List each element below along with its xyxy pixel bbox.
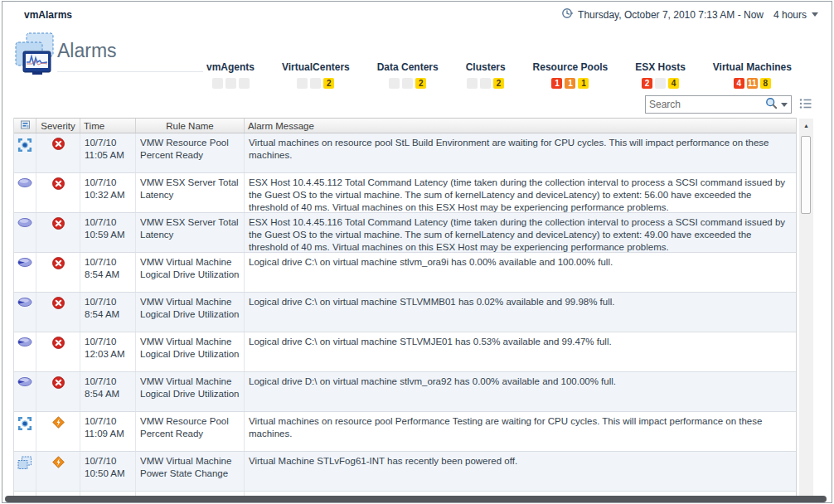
vertical-scrollbar-thumb[interactable] (801, 136, 811, 214)
alarms-monitor-icon (12, 32, 56, 80)
time-range-duration: 4 hours (773, 9, 807, 21)
category-item: Resource Pools 111 (533, 61, 609, 89)
alarm-table-row[interactable]: 10/7/1010:32 AM VMW ESX Server Total Lat… (14, 173, 796, 213)
alarm-table-row[interactable]: 10/7/108:54 AM VMW Virtual Machine Logic… (14, 253, 796, 293)
alarm-table-row[interactable]: 10/7/1010:50 AM VMW Virtual Machine Powe… (14, 452, 796, 492)
alarm-date: 10/7/10 (85, 138, 116, 148)
category-label: Resource Pools (533, 61, 609, 73)
alarm-time: 11:09 AM (85, 429, 124, 439)
alarm-table-row[interactable]: 10/7/1011:09 AM VMW Resource Pool Percen… (14, 412, 796, 452)
alarm-rule: VMW Virtual Machine Logical Drive Utiliz… (140, 297, 240, 319)
alarm-time: 8:54 AM (85, 389, 119, 399)
category-item: ESX Hosts 24 (635, 61, 686, 89)
alarm-message: Logical drive D:\ on virtual machine stl… (249, 376, 616, 386)
alarm-time: 10:59 AM (85, 230, 125, 240)
type-column-icon (20, 119, 31, 132)
time-range-icon (561, 7, 573, 22)
category-badges: 2 (467, 78, 504, 89)
esx-host-icon (17, 217, 32, 249)
search-options-caret-icon[interactable] (781, 103, 788, 107)
category-label: Clusters (466, 61, 506, 73)
alarm-time: 10:32 AM (85, 190, 125, 200)
category-label: vmAgents (206, 61, 255, 73)
alarm-table-row[interactable]: 10/7/1012:03 AM VMW Virtual Machine Logi… (14, 332, 796, 372)
scroll-up-arrow-icon[interactable]: ▲ (799, 120, 813, 132)
alarm-table-row[interactable]: 10/7/1010:59 AM VMW ESX Server Total Lat… (14, 213, 796, 253)
alarm-table-body: 10/7/1011:05 AM VMW Resource Pool Percen… (14, 133, 796, 497)
horizontal-scrollbar-thumb[interactable] (5, 496, 827, 502)
alarm-message: Virtual Machine STLvFog61-INT has recent… (249, 456, 517, 466)
alarm-count-badge (480, 78, 491, 89)
category-badges: 2 (297, 78, 334, 89)
alarm-message: Logical drive C:\ on virtual machine stl… (249, 257, 613, 267)
alarm-count-badge[interactable]: 2 (415, 78, 426, 89)
alarm-date: 10/7/10 (85, 416, 116, 426)
severity-critical-icon (52, 416, 65, 448)
search-icon[interactable] (765, 97, 778, 113)
alarm-rule: VMW ESX Server Total Latency (140, 177, 239, 200)
severity-fatal-icon (52, 257, 65, 288)
alarm-count-badge[interactable]: 1 (565, 78, 575, 89)
alarm-table-header: Severity Time Rule Name Alarm Message (14, 118, 796, 133)
alarm-time: 8:54 AM (85, 309, 119, 319)
alarm-table-row[interactable]: 10/7/108:54 AM VMW Virtual Machine Logic… (14, 372, 796, 412)
alarm-date: 10/7/10 (85, 217, 116, 227)
alarm-count-badge[interactable]: 1 (578, 78, 589, 89)
alarm-count-badge[interactable]: 4 (734, 78, 744, 89)
alarm-count-badge[interactable]: 2 (642, 78, 652, 89)
category-item: vmAgents (206, 61, 255, 89)
alarm-count-badge[interactable]: 1 (551, 78, 562, 89)
alarm-date: 10/7/10 (85, 257, 116, 267)
alarm-table-row[interactable]: 10/7/1011:05 AM VMW Resource Pool Percen… (14, 133, 796, 173)
logical-drive-icon (17, 376, 32, 408)
alarm-count-badge (310, 78, 321, 89)
alarm-rule: VMW Virtual Machine Logical Drive Utiliz… (140, 376, 240, 399)
type-column-header[interactable] (14, 119, 36, 133)
customize-columns-icon[interactable] (798, 97, 813, 110)
logical-drive-icon (17, 297, 32, 328)
category-badges: 24 (642, 78, 679, 89)
severity-critical-icon (52, 456, 65, 487)
alarm-count-badge (467, 78, 478, 89)
alarm-rule: VMW Virtual Machine Power State Change (140, 456, 231, 478)
alarm-count-badge[interactable]: 8 (760, 78, 771, 89)
alarm-message-column-header[interactable]: Alarm Message (245, 119, 796, 133)
alarm-table: Severity Time Rule Name Alarm Message 10… (13, 118, 797, 497)
alarm-count-badge[interactable]: 11 (747, 78, 758, 89)
alarm-date: 10/7/10 (85, 376, 116, 386)
chevron-down-icon[interactable] (812, 12, 818, 17)
alarm-count-badge (297, 78, 308, 89)
rule-name-column-header[interactable]: Rule Name (136, 119, 245, 133)
category-summary: vmAgents VirtualCenters 2 Data Centers 2… (206, 61, 792, 89)
alarm-message: ESX Host 10.4.45.116 Total Command Laten… (249, 217, 785, 252)
alarm-time: 8:54 AM (85, 269, 119, 279)
alarm-count-badge[interactable]: 2 (493, 78, 504, 89)
category-badges: 4118 (734, 78, 771, 89)
severity-fatal-icon (52, 217, 65, 249)
category-badges: 2 (389, 78, 426, 89)
time-range-selector[interactable]: Thursday, October 7, 2010 7:13 AM - Now … (561, 7, 818, 22)
alarm-message: Logical drive C:\ on virtual machine STL… (249, 337, 612, 346)
app-title: vmAlarms (24, 9, 72, 21)
alarm-count-badge[interactable]: 4 (668, 78, 679, 89)
alarm-count-badge (655, 78, 666, 89)
category-label: Data Centers (377, 61, 439, 73)
alarm-table-row[interactable]: 10/7/108:54 AM VMW Virtual Machine Logic… (14, 293, 796, 332)
vertical-scrollbar[interactable]: ▲ (799, 119, 813, 497)
alarm-rule: VMW Resource Pool Percent Ready (140, 416, 229, 439)
alarm-rule: VMW Virtual Machine Logical Drive Utiliz… (140, 337, 240, 359)
alarm-count-badge[interactable]: 2 (323, 78, 334, 89)
severity-fatal-icon (52, 297, 65, 328)
category-item: Virtual Machines 4118 (713, 61, 792, 89)
alarm-date: 10/7/10 (85, 177, 116, 187)
alarm-message: Logical drive C:\ on virtual machine STL… (249, 297, 615, 307)
resource-pool-icon (17, 138, 32, 169)
alarm-rule: VMW Virtual Machine Logical Drive Utiliz… (140, 257, 240, 279)
category-badges: 111 (551, 78, 589, 89)
search-input[interactable] (649, 99, 765, 110)
resource-pool-icon (17, 416, 32, 448)
alarm-rule: VMW Resource Pool Percent Ready (140, 138, 229, 160)
time-column-header[interactable]: Time (80, 119, 136, 133)
severity-column-header[interactable]: Severity (36, 119, 80, 133)
alarm-message: Virtual machines on resource pool StL Bu… (249, 138, 769, 160)
